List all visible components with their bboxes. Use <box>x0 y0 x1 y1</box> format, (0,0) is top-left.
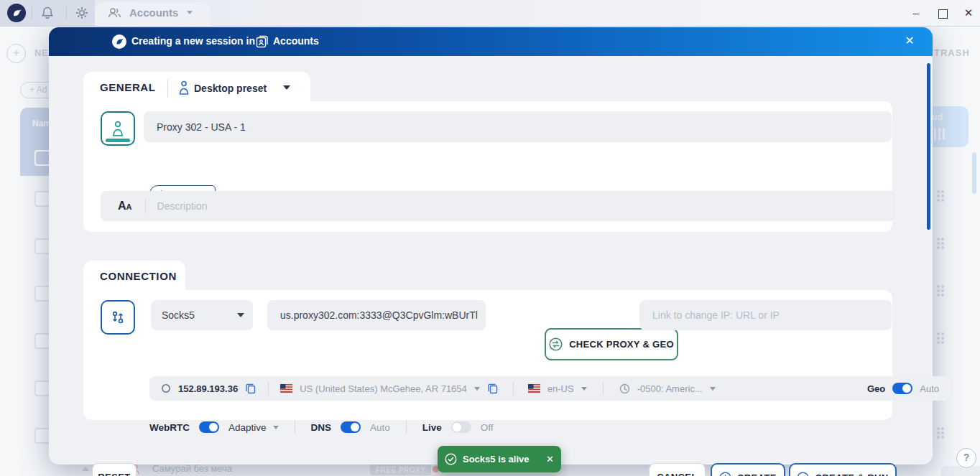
create-and-run-button[interactable]: CREATE & RUN <box>789 463 897 476</box>
selection-underbar <box>106 139 130 142</box>
session-name-input[interactable]: Proxy 302 - USA - 1 <box>144 111 892 142</box>
swap-arrows-icon <box>549 337 563 351</box>
chevron-down-icon <box>237 313 244 317</box>
font-icon: AA <box>118 200 132 213</box>
new-session-modal: Creating a new session in Accounts ✕ GEN… <box>49 27 933 465</box>
webrtc-toggle[interactable] <box>199 421 219 433</box>
general-tab-label: GENERAL <box>100 81 156 93</box>
toast-notification: Socks5 is alive ✕ <box>438 446 561 472</box>
accounts-people-icon <box>106 6 122 20</box>
protocol-select[interactable]: Socks5 <box>151 300 253 330</box>
accounts-tab-label[interactable]: Accounts <box>129 6 178 19</box>
reset-label: RESET <box>98 472 130 476</box>
copy-icon[interactable] <box>245 383 256 394</box>
close-window-button[interactable]: ✕ <box>961 6 976 20</box>
chevron-down-icon[interactable] <box>187 11 193 14</box>
ip-info-row: 152.89.193.36 US (United States) McGehee… <box>149 376 951 401</box>
chevron-down-icon[interactable] <box>283 85 290 90</box>
chevron-down-icon[interactable] <box>710 387 716 391</box>
accounts-card-icon <box>256 35 269 48</box>
divider <box>32 6 32 19</box>
copy-icon[interactable] <box>487 383 499 394</box>
divider <box>295 421 295 434</box>
geo-label: Geo <box>867 383 885 394</box>
geo-toggle[interactable] <box>892 383 912 394</box>
profile-type-selector[interactable] <box>101 111 135 146</box>
live-mode-value: Off <box>481 422 494 433</box>
cancel-button[interactable]: CANCEL <box>649 463 706 476</box>
timezone-value[interactable]: -0500: Americ... <box>637 383 703 394</box>
divider <box>268 382 269 395</box>
cancel-label: CANCEL <box>657 472 698 476</box>
clock-icon <box>619 383 630 394</box>
modal-context-label: Accounts <box>273 35 319 47</box>
preset-person-icon <box>178 80 190 95</box>
window-titlebar: Accounts – ✕ <box>0 0 980 27</box>
help-button[interactable]: ? <box>956 448 976 468</box>
us-flag-icon <box>528 384 540 393</box>
modal-title: Creating a new session in <box>131 35 255 47</box>
geo-mode-value: Auto <box>920 383 939 394</box>
toast-message: Socks5 is alive <box>463 454 530 465</box>
live-label: Live <box>422 422 442 433</box>
modal-header: Creating a new session in Accounts ✕ <box>49 27 933 56</box>
language-value[interactable]: en-US <box>547 383 574 394</box>
status-ring-icon <box>161 383 171 393</box>
person-icon <box>111 121 124 136</box>
geo-location-value[interactable]: US (United States) McGehee, AR 71654 <box>300 383 467 394</box>
proxy-chain-icon <box>111 310 125 325</box>
plus-circle-icon <box>719 472 731 476</box>
maximize-button[interactable] <box>938 9 948 19</box>
minimize-button[interactable]: – <box>908 6 924 20</box>
external-ip-value: 152.89.193.36 <box>178 383 238 394</box>
divider <box>167 79 168 98</box>
app-logo-icon <box>112 34 126 49</box>
protocol-value: Socks5 <box>162 309 195 321</box>
chevron-down-icon[interactable] <box>273 426 279 429</box>
network-toggles-row: WebRTC Adaptive DNS Auto Live Off <box>149 418 494 437</box>
gear-icon[interactable] <box>75 6 89 20</box>
divider <box>406 421 407 434</box>
proxy-string-value: us.proxy302.com:3333@Q3CpvGlm:wBUrTl <box>280 309 478 321</box>
modal-close-button[interactable]: ✕ <box>902 34 917 48</box>
webrtc-label: WebRTC <box>149 422 190 433</box>
change-ip-link-input[interactable]: Link to change IP: URL or IP <box>639 300 892 330</box>
toast-close-button[interactable]: ✕ <box>546 454 554 465</box>
webrtc-mode-value[interactable]: Adaptive <box>228 422 267 433</box>
change-ip-link-placeholder: Link to change IP: URL or IP <box>652 309 780 321</box>
chevron-down-icon[interactable] <box>581 387 587 391</box>
create-label: CREATE <box>737 472 777 476</box>
session-name-value: Proxy 302 - USA - 1 <box>157 121 246 133</box>
description-input[interactable]: AA Description <box>101 191 896 221</box>
description-placeholder: Description <box>157 200 208 212</box>
check-proxy-geo-label: CHECK PROXY & GEO <box>569 339 674 350</box>
geo-toggle-group: Geo Auto <box>867 383 939 394</box>
proxy-string-input[interactable]: us.proxy302.com:3333@Q3CpvGlm:wBUrTl <box>267 300 486 330</box>
modal-scrollbar[interactable] <box>927 63 930 230</box>
divider <box>66 6 67 19</box>
dns-mode-value: Auto <box>370 422 390 433</box>
dns-toggle[interactable] <box>341 421 361 433</box>
check-circle-icon <box>445 453 457 465</box>
proxy-type-selector[interactable] <box>101 300 135 335</box>
live-toggle[interactable] <box>451 421 471 433</box>
check-proxy-geo-button[interactable]: CHECK PROXY & GEO <box>545 328 678 360</box>
reset-button[interactable]: RESET <box>92 463 137 476</box>
bell-icon[interactable] <box>40 6 55 20</box>
connection-tab-label: CONNECTION <box>100 270 177 282</box>
play-circle-icon <box>797 472 809 476</box>
divider <box>513 382 514 395</box>
preset-select-label[interactable]: Desktop preset <box>194 83 267 94</box>
create-and-run-label: CREATE & RUN <box>815 472 888 476</box>
divider <box>603 382 604 395</box>
us-flag-icon <box>280 384 292 393</box>
dns-label: DNS <box>311 422 332 433</box>
chevron-down-icon[interactable] <box>474 387 480 391</box>
divider <box>145 199 146 213</box>
create-button[interactable]: CREATE <box>711 463 785 476</box>
app-logo-icon <box>7 4 26 22</box>
